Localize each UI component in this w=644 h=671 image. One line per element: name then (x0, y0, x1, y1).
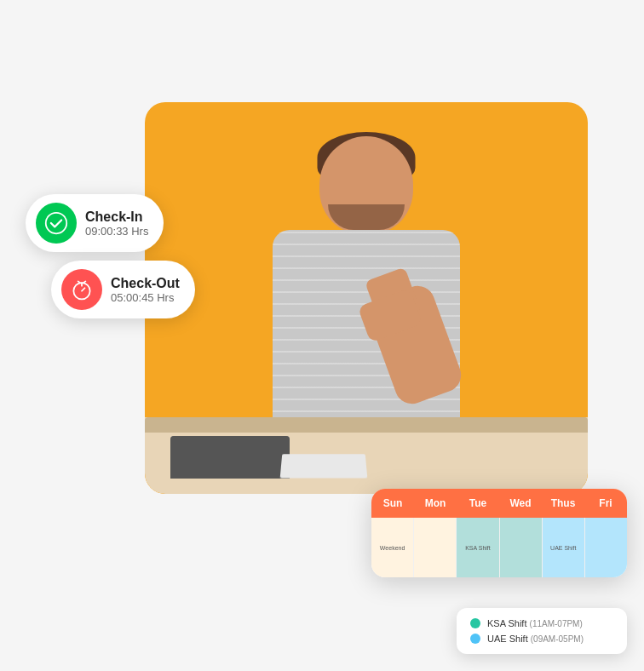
desk (145, 417, 588, 494)
ksa-dot (470, 618, 480, 628)
uae-shift-label: UAE Shift (549, 543, 578, 553)
cell-fri (585, 518, 627, 577)
scene: Check-In 09:00:33 Hrs Check-Out 05:00:45… (0, 0, 644, 671)
day-header-mon: Mon (414, 489, 457, 518)
checkin-icon (36, 203, 77, 244)
checkin-title: Check-In (85, 209, 148, 225)
day-header-sun: Sun (371, 489, 414, 518)
cell-mon (414, 518, 457, 577)
checkin-time: 09:00:33 Hrs (85, 225, 148, 238)
day-header-thu: Thus (542, 489, 584, 518)
uae-legend-label: UAE Shift (09AM-05PM) (487, 634, 584, 644)
legend-ksa: KSA Shift (11AM-07PM) (470, 618, 613, 628)
uae-legend-time: (09AM-05PM) (531, 634, 584, 644)
day-header-wed: Wed (499, 489, 542, 518)
ksa-legend-time: (11AM-07PM) (530, 619, 583, 628)
checkin-badge: Check-In 09:00:33 Hrs (26, 194, 164, 252)
svg-line-3 (78, 281, 81, 283)
svg-line-5 (82, 288, 85, 291)
checkin-text: Check-In 09:00:33 Hrs (85, 209, 148, 238)
day-header-fri: Fri (584, 489, 627, 518)
cell-sun: Weekend (371, 518, 414, 577)
checkout-badge: Check-Out 05:00:45 Hrs (51, 261, 195, 318)
svg-point-0 (46, 213, 67, 234)
cell-wed (500, 518, 543, 577)
ksa-legend-label: KSA Shift (11AM-07PM) (487, 618, 583, 628)
ksa-shift-label: KSA Shift (463, 543, 492, 553)
checkout-icon (61, 269, 102, 310)
legend-card: KSA Shift (11AM-07PM) UAE Shift (09AM-05… (457, 608, 627, 654)
checkout-text: Check-Out 05:00:45 Hrs (111, 275, 180, 304)
photo-background (145, 102, 588, 494)
cell-thu: UAE Shift (543, 518, 585, 577)
schedule-header: Sun Mon Tue Wed Thus Fri (371, 489, 627, 518)
schedule-card: Sun Mon Tue Wed Thus Fri Weekend KSA Shi… (371, 489, 627, 577)
checkout-title: Check-Out (111, 275, 180, 291)
cell-tue: KSA Shift (457, 518, 499, 577)
day-header-tue: Tue (457, 489, 499, 518)
uae-dot (470, 634, 480, 644)
schedule-body: Weekend KSA Shift UAE Shift (371, 518, 627, 577)
legend-uae: UAE Shift (09AM-05PM) (470, 634, 613, 644)
checkout-time: 05:00:45 Hrs (111, 291, 180, 304)
weekend-label: Weekend (378, 543, 406, 553)
svg-line-4 (83, 281, 86, 283)
